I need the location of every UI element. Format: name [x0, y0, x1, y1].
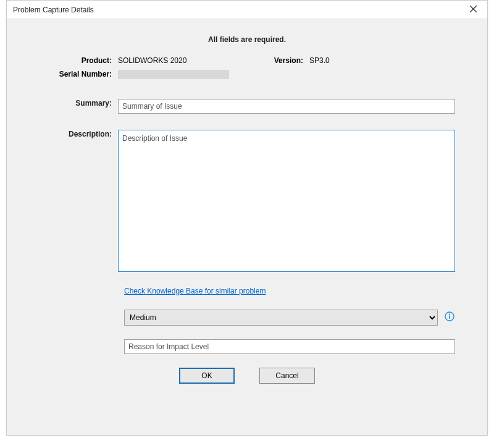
description-label: Description:: [24, 127, 118, 138]
info-icon: [445, 311, 454, 324]
kb-link-row: Check Knowledge Base for similar problem: [124, 285, 455, 296]
dialog-body: All fields are required. Product: SOLIDW…: [7, 19, 487, 384]
impact-reason-row: [124, 339, 455, 354]
svg-rect-4: [449, 316, 450, 319]
summary-label: Summary:: [24, 96, 118, 108]
impact-reason-input[interactable]: [124, 339, 455, 354]
impact-row: Medium: [124, 310, 455, 326]
cancel-button[interactable]: Cancel: [259, 368, 315, 384]
product-value: SOLIDWORKS 2020: [118, 55, 260, 65]
serial-value: [118, 69, 260, 79]
required-notice: All fields are required.: [24, 35, 470, 44]
svg-point-3: [449, 314, 450, 315]
titlebar: Problem Capture Details: [7, 1, 487, 19]
description-row: Description: Description of Issue: [24, 127, 470, 274]
dialog-problem-capture: Problem Capture Details All fields are r…: [6, 0, 488, 436]
description-textarea[interactable]: Description of Issue: [118, 130, 455, 272]
button-row: OK Cancel: [24, 368, 470, 384]
summary-row: Summary:: [24, 96, 470, 114]
summary-input[interactable]: [118, 99, 455, 114]
serial-row: Serial Number:: [24, 69, 470, 79]
serial-label: Serial Number:: [24, 69, 118, 79]
product-version-row: Product: SOLIDWORKS 2020 Version: SP3.0: [24, 55, 470, 65]
close-icon: [470, 6, 477, 14]
kb-link[interactable]: Check Knowledge Base for similar problem: [124, 287, 266, 295]
product-label: Product:: [24, 55, 118, 65]
window-title: Problem Capture Details: [13, 6, 464, 14]
serial-redacted: [118, 70, 229, 79]
impact-info-button[interactable]: [444, 312, 455, 323]
ok-button[interactable]: OK: [179, 368, 235, 384]
version-label: Version:: [260, 55, 309, 65]
impact-select[interactable]: Medium: [124, 310, 438, 326]
version-value: SP3.0: [309, 55, 470, 65]
close-button[interactable]: [464, 2, 482, 17]
